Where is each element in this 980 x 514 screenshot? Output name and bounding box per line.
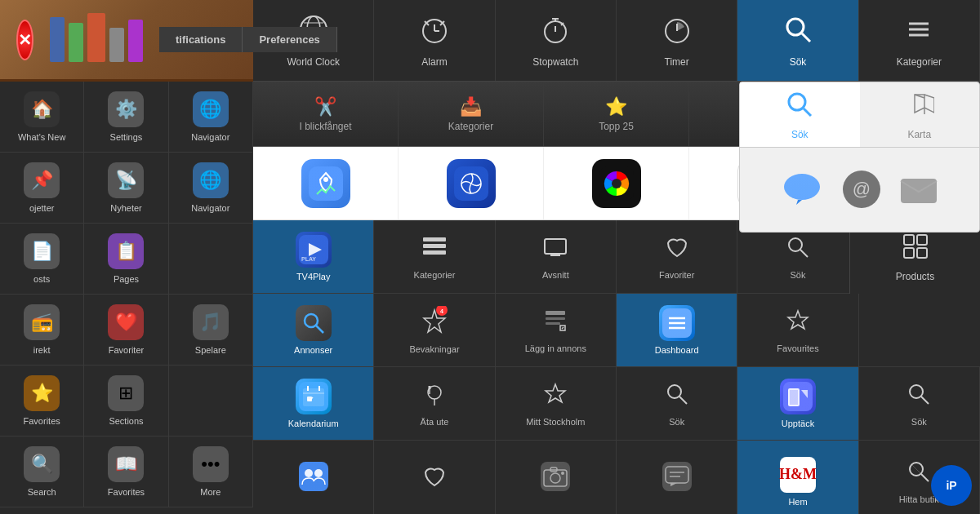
sidebar-item-ojetter[interactable]: 📌 ojetter (0, 153, 84, 224)
stopwatch-item[interactable]: Stopwatch (496, 0, 617, 81)
kategorier-icon (902, 13, 935, 53)
preferences-button[interactable]: Preferences (243, 27, 336, 52)
annonser-search-icon (296, 305, 332, 341)
sok-item[interactable]: Sök (737, 0, 858, 81)
nav-blickfanget[interactable]: ✂️ I blickfånget (253, 82, 399, 146)
overlay-karta-icon (905, 90, 934, 125)
sidebar-item-osts[interactable]: 📄 osts (0, 224, 84, 295)
sidebar-item-pages[interactable]: 📋 Pages (84, 224, 168, 295)
hem-label: Hem (788, 497, 807, 507)
color-wheel-item[interactable] (544, 147, 689, 219)
heart-icon2 (664, 234, 690, 266)
sidebar-label: Settings (110, 132, 143, 142)
maps-icon (301, 159, 350, 208)
overlay-tab-sok[interactable]: Sök (740, 82, 860, 147)
svg-text:PLAY: PLAY (301, 256, 316, 262)
svg-text:4: 4 (440, 308, 443, 314)
svg-rect-80 (299, 462, 328, 491)
kategorier-label: Kategorier (897, 56, 942, 68)
annonser-item[interactable]: Annonser (253, 294, 374, 366)
overlay-tabs: Sök Karta (740, 82, 979, 148)
dashboard-label: Dashboard (655, 345, 699, 355)
sidebar-item-favorites[interactable]: ⭐ Favorites (0, 366, 84, 436)
svg-line-74 (679, 397, 687, 404)
cal-row: Kalendarium Äta ute Mitt Stockholm (253, 367, 980, 441)
sidebar-item-spelare[interactable]: 🎵 Spelare (169, 295, 253, 366)
svg-rect-54 (546, 311, 565, 315)
heart-bottom-item[interactable] (374, 441, 495, 514)
svg-marker-61 (788, 311, 808, 329)
sidebar-item-whats-new[interactable]: 🏠 What's New (0, 82, 84, 153)
upptack-item[interactable]: Upptäck (737, 367, 858, 440)
kategorier-item[interactable]: Kategorier (859, 0, 980, 81)
kategorier-icon (421, 234, 448, 266)
svg-rect-105 (904, 248, 914, 258)
tv4play-item[interactable]: PLAY TV4Play (253, 220, 374, 293)
svg-point-17 (787, 19, 804, 35)
mitt-stockholm-label: Mitt Stockholm (526, 417, 585, 427)
edit-icon (542, 308, 568, 339)
sidebar-label: ojetter (29, 203, 55, 213)
cal-sok2-item[interactable]: Sök (859, 367, 980, 440)
sidebar-item-sections[interactable]: ⊞ Sections (84, 366, 168, 436)
world-icon-item[interactable] (399, 147, 544, 219)
search-icon2 (785, 234, 811, 266)
sidebar-item-navigator[interactable]: 🌐 Navigator (169, 82, 253, 153)
stars-badge-icon: 4 (419, 306, 450, 340)
sidebar-item-irekt[interactable]: 📻 irekt (0, 295, 84, 366)
nav-label: Topp 25 (599, 121, 634, 132)
sidebar-item-more[interactable]: ••• More (169, 436, 253, 507)
overlay-tab-karta[interactable]: Karta (860, 82, 980, 147)
maps-icon-item[interactable] (253, 147, 399, 219)
cal-search-icon2 (906, 381, 932, 413)
kalendarium-icon (296, 379, 332, 414)
svg-text:@: @ (853, 179, 871, 199)
favourites-item[interactable]: Favourites (737, 294, 858, 366)
alarm-icon (418, 13, 451, 53)
sidebar-label: Navigator (191, 132, 229, 142)
upptack-icon (780, 379, 816, 414)
star-icon: ⭐ (24, 375, 60, 411)
cal-sok-item[interactable]: Sök (617, 367, 737, 440)
svg-rect-42 (545, 239, 566, 254)
sidebar-item-settings[interactable]: ⚙️ Settings (84, 82, 168, 153)
camera-item[interactable] (496, 441, 617, 514)
chat-icon (662, 462, 692, 497)
mitt-stockholm-item[interactable]: Mitt Stockholm (496, 367, 617, 440)
tv4-kategorier-item[interactable]: Kategorier (374, 220, 495, 293)
svg-rect-40 (423, 244, 446, 248)
timer-item[interactable]: Timer (617, 0, 737, 81)
sidebar-item-favorites2[interactable]: 📖 Favorites (84, 436, 168, 507)
cal-sok2-label: Sök (911, 417, 927, 427)
heart-icon: ❤️ (108, 304, 144, 340)
lagg-in-annons-item[interactable]: Lägg in annons (496, 294, 617, 366)
svg-rect-63 (303, 388, 324, 406)
svg-marker-72 (546, 384, 565, 402)
sidebar-item-nyheter[interactable]: 📡 Nyheter (84, 153, 168, 224)
left-panel: ✕ tifications Preferences 🏠 What's New ⚙… (0, 0, 253, 514)
nav-label: I blickfånget (299, 121, 351, 132)
nav-kategorier[interactable]: 📥 Kategorier (399, 82, 544, 146)
search-icon: 🔍 (24, 446, 60, 482)
sidebar-item-navigator2[interactable]: 🌐 Navigator (169, 153, 253, 224)
hitta-butik-icon (906, 459, 932, 490)
notifications-button[interactable]: tifications (159, 27, 243, 52)
alarm-item[interactable]: Alarm (374, 0, 495, 81)
favoriter-item[interactable]: Favoriter (617, 220, 737, 293)
ata-ute-item[interactable]: Äta ute (374, 367, 495, 440)
svg-rect-22 (309, 166, 343, 201)
hem-item[interactable]: H&M Hem (737, 441, 858, 514)
nav-topp25[interactable]: ⭐ Topp 25 (544, 82, 689, 146)
sidebar-label: Nyheter (110, 203, 142, 213)
chat-item[interactable] (617, 441, 737, 514)
dashboard-item[interactable]: Dashboard (617, 294, 737, 366)
svg-rect-103 (904, 235, 914, 245)
people-item[interactable] (253, 441, 374, 514)
sidebar-item-search[interactable]: 🔍 Search (0, 436, 84, 507)
sidebar-item-favoriter[interactable]: ❤️ Favoriter (84, 295, 168, 366)
avsnitt-item[interactable]: Avsnitt (496, 220, 617, 293)
kalendarium-item[interactable]: Kalendarium (253, 367, 374, 440)
world-icon (447, 159, 496, 208)
radio-icon: 📻 (24, 304, 60, 340)
bevakningar-item[interactable]: 4 Bevakningar (374, 294, 495, 366)
